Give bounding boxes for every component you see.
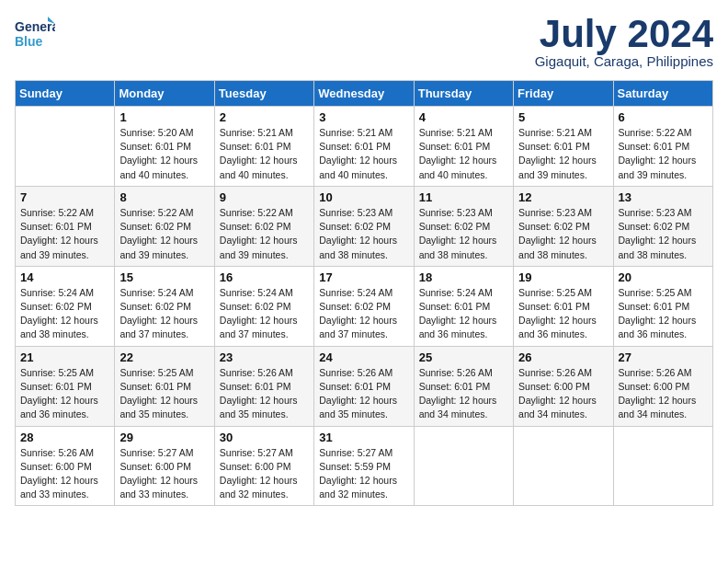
header-tuesday: Tuesday — [214, 81, 313, 107]
calendar-header-row: SundayMondayTuesdayWednesdayThursdayFrid… — [16, 81, 713, 107]
day-info: Sunrise: 5:26 AM Sunset: 6:01 PM Dayligh… — [419, 366, 508, 422]
calendar-week-5: 28Sunrise: 5:26 AM Sunset: 6:00 PM Dayli… — [16, 426, 713, 506]
day-info: Sunrise: 5:25 AM Sunset: 6:01 PM Dayligh… — [518, 286, 608, 342]
header-sunday: Sunday — [16, 81, 115, 107]
calendar-cell — [613, 426, 712, 506]
day-info: Sunrise: 5:22 AM Sunset: 6:02 PM Dayligh… — [119, 206, 209, 262]
day-info: Sunrise: 5:27 AM Sunset: 6:00 PM Dayligh… — [119, 446, 209, 502]
calendar-cell: 2Sunrise: 5:21 AM Sunset: 6:01 PM Daylig… — [214, 107, 313, 187]
day-number: 21 — [20, 350, 109, 364]
calendar-cell: 7Sunrise: 5:22 AM Sunset: 6:01 PM Daylig… — [16, 186, 115, 266]
day-info: Sunrise: 5:24 AM Sunset: 6:02 PM Dayligh… — [220, 286, 309, 342]
calendar-cell: 27Sunrise: 5:26 AM Sunset: 6:00 PM Dayli… — [613, 346, 712, 426]
day-number: 1 — [119, 110, 209, 124]
day-number: 7 — [20, 190, 109, 204]
day-number: 19 — [518, 270, 608, 284]
day-info: Sunrise: 5:26 AM Sunset: 6:00 PM Dayligh… — [518, 366, 608, 422]
calendar-cell: 5Sunrise: 5:21 AM Sunset: 6:01 PM Daylig… — [514, 107, 613, 187]
calendar-cell: 17Sunrise: 5:24 AM Sunset: 6:02 PM Dayli… — [314, 266, 414, 346]
day-info: Sunrise: 5:23 AM Sunset: 6:02 PM Dayligh… — [619, 206, 708, 262]
calendar-cell: 25Sunrise: 5:26 AM Sunset: 6:01 PM Dayli… — [414, 346, 513, 426]
calendar-cell: 24Sunrise: 5:26 AM Sunset: 6:01 PM Dayli… — [314, 346, 414, 426]
day-info: Sunrise: 5:22 AM Sunset: 6:01 PM Dayligh… — [20, 206, 109, 262]
day-info: Sunrise: 5:21 AM Sunset: 6:01 PM Dayligh… — [220, 126, 309, 182]
logo: General Blue — [15, 15, 55, 52]
day-number: 4 — [419, 110, 508, 124]
calendar-cell: 29Sunrise: 5:27 AM Sunset: 6:00 PM Dayli… — [115, 426, 214, 506]
calendar-cell: 13Sunrise: 5:23 AM Sunset: 6:02 PM Dayli… — [613, 186, 712, 266]
calendar-cell: 28Sunrise: 5:26 AM Sunset: 6:00 PM Dayli… — [16, 426, 115, 506]
header-saturday: Saturday — [613, 81, 712, 107]
day-number: 3 — [319, 110, 408, 124]
day-info: Sunrise: 5:23 AM Sunset: 6:02 PM Dayligh… — [319, 206, 408, 262]
day-info: Sunrise: 5:24 AM Sunset: 6:02 PM Dayligh… — [319, 286, 408, 342]
day-number: 9 — [220, 190, 309, 204]
day-info: Sunrise: 5:27 AM Sunset: 5:59 PM Dayligh… — [319, 446, 408, 502]
day-info: Sunrise: 5:26 AM Sunset: 6:01 PM Dayligh… — [319, 366, 408, 422]
calendar-cell: 20Sunrise: 5:25 AM Sunset: 6:01 PM Dayli… — [613, 266, 712, 346]
logo-svg: General Blue — [15, 15, 55, 52]
calendar-week-2: 7Sunrise: 5:22 AM Sunset: 6:01 PM Daylig… — [16, 186, 713, 266]
day-number: 30 — [220, 431, 309, 444]
day-info: Sunrise: 5:22 AM Sunset: 6:02 PM Dayligh… — [220, 206, 309, 262]
day-info: Sunrise: 5:25 AM Sunset: 6:01 PM Dayligh… — [119, 366, 209, 422]
day-number: 24 — [319, 350, 408, 364]
day-number: 23 — [220, 350, 309, 364]
calendar-cell: 9Sunrise: 5:22 AM Sunset: 6:02 PM Daylig… — [214, 186, 313, 266]
calendar-week-3: 14Sunrise: 5:24 AM Sunset: 6:02 PM Dayli… — [16, 266, 713, 346]
day-number: 31 — [319, 431, 408, 444]
calendar-week-1: 1Sunrise: 5:20 AM Sunset: 6:01 PM Daylig… — [16, 107, 713, 187]
day-number: 29 — [119, 431, 209, 444]
day-info: Sunrise: 5:26 AM Sunset: 6:01 PM Dayligh… — [220, 366, 309, 422]
calendar-cell — [414, 426, 513, 506]
title-block: July 2024 Gigaquit, Caraga, Philippines — [535, 15, 713, 69]
day-info: Sunrise: 5:23 AM Sunset: 6:02 PM Dayligh… — [419, 206, 508, 262]
calendar-cell: 15Sunrise: 5:24 AM Sunset: 6:02 PM Dayli… — [115, 266, 214, 346]
day-number: 11 — [419, 190, 508, 204]
calendar-cell: 30Sunrise: 5:27 AM Sunset: 6:00 PM Dayli… — [214, 426, 313, 506]
page-header: General Blue July 2024 Gigaquit, Caraga,… — [15, 15, 713, 69]
month-title: July 2024 — [535, 15, 713, 53]
calendar-cell: 14Sunrise: 5:24 AM Sunset: 6:02 PM Dayli… — [16, 266, 115, 346]
calendar-cell: 6Sunrise: 5:22 AM Sunset: 6:01 PM Daylig… — [613, 107, 712, 187]
calendar-cell: 23Sunrise: 5:26 AM Sunset: 6:01 PM Dayli… — [214, 346, 313, 426]
day-number: 8 — [119, 190, 209, 204]
day-number: 15 — [119, 270, 209, 284]
day-number: 5 — [518, 110, 608, 124]
calendar-cell: 8Sunrise: 5:22 AM Sunset: 6:02 PM Daylig… — [115, 186, 214, 266]
day-info: Sunrise: 5:21 AM Sunset: 6:01 PM Dayligh… — [518, 126, 608, 182]
calendar-cell: 11Sunrise: 5:23 AM Sunset: 6:02 PM Dayli… — [414, 186, 513, 266]
day-info: Sunrise: 5:24 AM Sunset: 6:02 PM Dayligh… — [20, 286, 109, 342]
day-number: 12 — [518, 190, 608, 204]
day-info: Sunrise: 5:24 AM Sunset: 6:01 PM Dayligh… — [419, 286, 508, 342]
calendar-cell — [16, 107, 115, 187]
calendar-cell — [514, 426, 613, 506]
day-info: Sunrise: 5:22 AM Sunset: 6:01 PM Dayligh… — [619, 126, 708, 182]
calendar-cell: 4Sunrise: 5:21 AM Sunset: 6:01 PM Daylig… — [414, 107, 513, 187]
header-wednesday: Wednesday — [314, 81, 414, 107]
calendar-cell: 1Sunrise: 5:20 AM Sunset: 6:01 PM Daylig… — [115, 107, 214, 187]
header-thursday: Thursday — [414, 81, 513, 107]
day-number: 16 — [220, 270, 309, 284]
day-number: 20 — [619, 270, 708, 284]
day-number: 10 — [319, 190, 408, 204]
calendar-cell: 16Sunrise: 5:24 AM Sunset: 6:02 PM Dayli… — [214, 266, 313, 346]
calendar-cell: 19Sunrise: 5:25 AM Sunset: 6:01 PM Dayli… — [514, 266, 613, 346]
day-info: Sunrise: 5:23 AM Sunset: 6:02 PM Dayligh… — [518, 206, 608, 262]
calendar-cell: 12Sunrise: 5:23 AM Sunset: 6:02 PM Dayli… — [514, 186, 613, 266]
day-info: Sunrise: 5:20 AM Sunset: 6:01 PM Dayligh… — [119, 126, 209, 182]
calendar-cell: 22Sunrise: 5:25 AM Sunset: 6:01 PM Dayli… — [115, 346, 214, 426]
calendar-cell: 26Sunrise: 5:26 AM Sunset: 6:00 PM Dayli… — [514, 346, 613, 426]
day-info: Sunrise: 5:25 AM Sunset: 6:01 PM Dayligh… — [20, 366, 109, 422]
day-number: 14 — [20, 270, 109, 284]
day-info: Sunrise: 5:21 AM Sunset: 6:01 PM Dayligh… — [419, 126, 508, 182]
day-number: 27 — [619, 350, 708, 364]
day-number: 26 — [518, 350, 608, 364]
day-info: Sunrise: 5:21 AM Sunset: 6:01 PM Dayligh… — [319, 126, 408, 182]
day-number: 6 — [619, 110, 708, 124]
day-info: Sunrise: 5:26 AM Sunset: 6:00 PM Dayligh… — [20, 446, 109, 502]
day-number: 25 — [419, 350, 508, 364]
calendar-week-4: 21Sunrise: 5:25 AM Sunset: 6:01 PM Dayli… — [16, 346, 713, 426]
day-info: Sunrise: 5:25 AM Sunset: 6:01 PM Dayligh… — [619, 286, 708, 342]
day-info: Sunrise: 5:24 AM Sunset: 6:02 PM Dayligh… — [119, 286, 209, 342]
